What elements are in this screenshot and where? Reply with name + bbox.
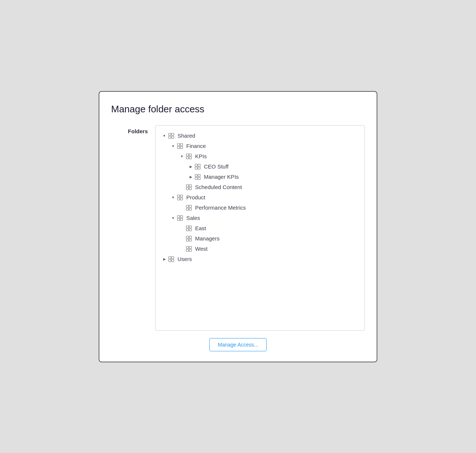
- toggle-icon-sales: [170, 215, 176, 221]
- folder-icon-performance-metrics: [186, 204, 192, 211]
- tree-item-kpis[interactable]: KPIs: [179, 151, 359, 162]
- svg-rect-30: [186, 208, 188, 210]
- tree-label-product: Product: [186, 194, 205, 200]
- svg-rect-29: [189, 205, 191, 207]
- tree-item-ceo-stuff[interactable]: CEO Stuff: [188, 162, 359, 172]
- svg-rect-19: [198, 177, 200, 180]
- svg-rect-32: [177, 215, 180, 218]
- tree-item-managers[interactable]: Managers: [179, 233, 359, 244]
- tree-label-manager-kpis: Manager KPIs: [204, 174, 239, 180]
- dialog-body: Folders Shared: [111, 125, 365, 331]
- svg-rect-8: [186, 154, 188, 156]
- svg-rect-44: [186, 246, 188, 249]
- toggle-icon-users: [161, 256, 167, 262]
- svg-rect-37: [189, 226, 191, 228]
- folder-icon-east: [186, 225, 192, 232]
- folder-icon-ceo-stuff: [194, 163, 201, 170]
- svg-rect-26: [177, 198, 180, 200]
- tree-label-ceo-stuff: CEO Stuff: [204, 163, 228, 170]
- toggle-icon-kpis: [179, 153, 185, 159]
- svg-rect-7: [180, 146, 183, 149]
- tree-item-manager-kpis[interactable]: Manager KPIs: [188, 172, 359, 182]
- svg-rect-10: [186, 157, 188, 159]
- svg-rect-14: [195, 167, 197, 169]
- svg-rect-17: [198, 174, 200, 177]
- svg-rect-15: [198, 167, 200, 169]
- folder-tree-container: Shared Finance: [155, 125, 365, 331]
- tree-children-finance: KPIs: [170, 151, 359, 192]
- folder-icon-users: [168, 256, 175, 262]
- svg-rect-25: [180, 195, 183, 197]
- manage-access-button[interactable]: Manage Access...: [209, 338, 267, 351]
- toggle-icon-ceo-stuff: [188, 164, 194, 170]
- toggle-icon-finance: [170, 143, 176, 149]
- svg-rect-39: [189, 229, 191, 231]
- svg-rect-24: [177, 195, 180, 197]
- tree-label-sales: Sales: [186, 215, 200, 221]
- svg-rect-34: [177, 218, 180, 221]
- svg-rect-18: [195, 177, 197, 180]
- tree-item-sales[interactable]: Sales: [170, 213, 359, 223]
- svg-rect-51: [172, 260, 174, 262]
- tree-item-east[interactable]: East: [179, 223, 359, 233]
- svg-rect-21: [189, 185, 191, 187]
- svg-rect-1: [172, 133, 174, 135]
- svg-rect-4: [177, 144, 180, 146]
- svg-rect-23: [189, 188, 191, 190]
- svg-rect-33: [180, 215, 183, 218]
- svg-rect-48: [169, 257, 171, 259]
- tree-children-product: Performance Metrics: [170, 203, 359, 213]
- folder-icon-scheduled-content: [186, 184, 192, 191]
- manage-folder-access-dialog: Manage folder access Folders Shared: [99, 91, 377, 362]
- toggle-icon-shared: [161, 133, 167, 139]
- tree-item-performance-metrics[interactable]: Performance Metrics: [179, 203, 359, 213]
- svg-rect-36: [186, 226, 188, 228]
- folder-icon-managers: [186, 235, 192, 242]
- svg-rect-5: [180, 144, 183, 146]
- svg-rect-38: [186, 229, 188, 231]
- tree-children-kpis: CEO Stuff: [179, 162, 359, 182]
- toggle-icon-manager-kpis: [188, 174, 194, 180]
- svg-rect-50: [169, 260, 171, 262]
- tree-label-east: East: [195, 225, 206, 231]
- toggle-icon-product: [170, 195, 176, 200]
- folder-icon-kpis: [186, 153, 192, 160]
- svg-rect-35: [180, 218, 183, 221]
- tree-item-users[interactable]: Users: [161, 254, 359, 264]
- svg-rect-42: [186, 239, 188, 241]
- folder-icon-product: [177, 194, 183, 201]
- folder-icon-sales: [177, 215, 183, 221]
- tree-children-sales: East Managers: [170, 223, 359, 254]
- tree-item-finance[interactable]: Finance: [170, 141, 359, 151]
- svg-rect-43: [189, 239, 191, 241]
- svg-rect-20: [186, 185, 188, 187]
- folder-icon-finance: [177, 143, 183, 149]
- tree-label-west: West: [195, 246, 208, 252]
- svg-rect-46: [186, 249, 188, 251]
- tree-item-scheduled-content[interactable]: Scheduled Content: [179, 182, 359, 192]
- svg-rect-11: [189, 157, 191, 159]
- svg-rect-41: [189, 236, 191, 238]
- svg-rect-9: [189, 154, 191, 156]
- svg-rect-3: [172, 136, 174, 138]
- folder-icon-manager-kpis: [194, 174, 201, 180]
- svg-rect-28: [186, 205, 188, 207]
- tree-label-users: Users: [177, 256, 192, 262]
- folder-icon-west: [186, 246, 192, 252]
- tree-label-finance: Finance: [186, 143, 206, 149]
- svg-rect-22: [186, 188, 188, 190]
- tree-item-west[interactable]: West: [179, 244, 359, 254]
- svg-rect-31: [189, 208, 191, 210]
- tree-children-shared: Finance K: [161, 141, 359, 254]
- tree-item-shared[interactable]: Shared: [161, 131, 359, 141]
- tree-item-product[interactable]: Product: [170, 192, 359, 203]
- svg-rect-12: [195, 164, 197, 166]
- svg-rect-2: [169, 136, 171, 138]
- svg-rect-13: [198, 164, 200, 166]
- svg-rect-16: [195, 174, 197, 177]
- svg-rect-45: [189, 246, 191, 249]
- svg-rect-49: [172, 257, 174, 259]
- dialog-footer: Manage Access...: [111, 338, 365, 351]
- tree-label-shared: Shared: [177, 133, 195, 139]
- tree-label-scheduled-content: Scheduled Content: [195, 184, 242, 190]
